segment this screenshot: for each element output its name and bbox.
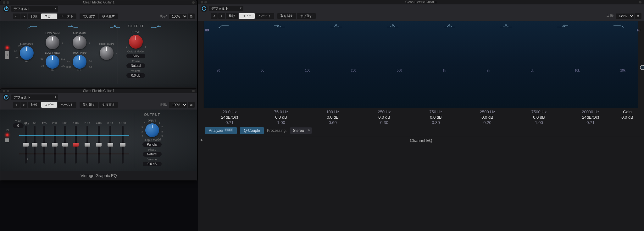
band-gain[interactable]: 0.0 dB [307, 115, 358, 120]
bell3-icon[interactable] [443, 24, 456, 29]
volume-value[interactable]: 0.0 dB [126, 73, 145, 78]
band-gain[interactable]: 0.0 dB [513, 115, 565, 120]
band-q[interactable]: 0.60 [307, 120, 358, 125]
band-freq[interactable]: 20.0 Hz [204, 109, 255, 115]
copy-button[interactable]: コピー [41, 102, 57, 108]
compare-button[interactable]: 比較 [28, 102, 41, 108]
phase-select[interactable]: Natural [143, 152, 162, 157]
in-led-icon[interactable] [6, 46, 9, 49]
band-freq[interactable]: 75.0 Hz [255, 109, 307, 115]
band-q[interactable]: 0.20 [462, 120, 513, 125]
midfreq-knob[interactable] [73, 55, 86, 69]
band-q[interactable]: 0.71 [204, 120, 255, 125]
lowfreq-knob[interactable] [46, 55, 59, 69]
band-gain[interactable]: 24dB/Oct [204, 115, 255, 120]
band-gain[interactable]: 0.0 dB [462, 115, 513, 120]
close-icon[interactable] [3, 90, 5, 92]
close-icon[interactable] [201, 1, 203, 3]
in-switch[interactable] [5, 138, 9, 142]
highshelf-icon[interactable] [150, 24, 163, 29]
midgain-knob[interactable] [73, 35, 86, 49]
band-slider[interactable] [75, 126, 77, 164]
band-gain[interactable]: 0.0 dB [358, 115, 410, 120]
output-model-select[interactable]: Punchy [142, 142, 162, 147]
band-slider[interactable] [34, 126, 36, 164]
zoom-icon[interactable] [192, 90, 195, 92]
power-button[interactable] [3, 5, 10, 12]
preset-dropdown[interactable]: デフォルト [209, 6, 243, 11]
link-button[interactable]: ⧉ [188, 102, 195, 108]
window-title-bar[interactable]: Clean Electric Guitar 1 [0, 0, 197, 5]
window-title-bar[interactable]: Clean Electric Guitar 1 [198, 0, 644, 4]
band-slider[interactable] [43, 126, 45, 164]
band-freq[interactable]: 750 Hz [410, 109, 462, 115]
redo-button[interactable]: やり直す [99, 102, 118, 108]
highpass-icon[interactable] [217, 24, 229, 29]
zoom-select[interactable]: 100% [169, 14, 187, 19]
drive-knob[interactable] [129, 35, 143, 49]
zoom-icon[interactable] [192, 1, 195, 4]
minimize-icon[interactable] [7, 90, 9, 92]
band-freq[interactable]: 7500 Hz [513, 109, 565, 115]
zoom-icon[interactable] [639, 1, 641, 3]
band-slider[interactable] [98, 126, 100, 164]
bell4-icon[interactable] [500, 24, 512, 29]
prev-preset-button[interactable]: < [13, 102, 20, 108]
preset-dropdown[interactable]: デフォルト [11, 6, 58, 12]
close-icon[interactable] [3, 1, 5, 4]
next-preset-button[interactable]: > [20, 102, 27, 108]
band-slider[interactable] [25, 126, 27, 164]
master-gain-handle[interactable] [640, 65, 644, 70]
band-slider[interactable] [86, 126, 88, 164]
next-preset-button[interactable]: > [218, 13, 225, 19]
band-freq[interactable]: 250 Hz [358, 109, 410, 115]
drive-knob[interactable] [145, 123, 159, 137]
minimize-icon[interactable] [204, 1, 207, 3]
redo-button[interactable]: やり直す [99, 13, 118, 19]
qcouple-button[interactable]: Q-Couple [240, 127, 264, 134]
lowshelf-icon[interactable] [273, 24, 286, 29]
paste-button[interactable]: ペースト [58, 13, 76, 19]
undo-button[interactable]: 取り消す [277, 13, 296, 19]
copy-button[interactable]: コピー [41, 13, 57, 19]
copy-button[interactable]: コピー [239, 13, 255, 19]
band-q[interactable]: 0.30 [358, 120, 410, 125]
eq-graph[interactable]: + 5 0 5 10 15 20 25 30 35 40 45 50 55 60… [204, 21, 638, 108]
window-title-bar[interactable]: Clean Electric Guitar 1 [0, 89, 197, 93]
zoom-select[interactable]: 100% [169, 102, 187, 108]
power-button[interactable] [3, 94, 10, 101]
analyzer-button[interactable]: AnalyzerPOST [205, 127, 237, 134]
tune-value[interactable]: 0 [13, 123, 24, 128]
master-gain-value[interactable]: 0.0 dB [616, 115, 638, 120]
band-slider[interactable] [109, 126, 111, 164]
band-q[interactable]: 0.71 [565, 120, 616, 125]
lowshelf-icon[interactable] [67, 24, 80, 29]
next-preset-button[interactable]: > [20, 13, 27, 19]
band-slider[interactable] [122, 126, 124, 164]
band-gain[interactable]: 24dB/Oct [565, 115, 616, 120]
bell1-icon[interactable] [330, 24, 342, 29]
bell-icon[interactable] [108, 24, 121, 29]
paste-button[interactable]: ペースト [255, 13, 274, 19]
link-button[interactable]: ⧉ [635, 13, 641, 19]
band-q[interactable]: 1.00 [255, 120, 307, 125]
minimize-icon[interactable] [7, 1, 9, 4]
band-gain[interactable]: 0.0 dB [255, 115, 307, 120]
band-slider[interactable] [64, 126, 66, 164]
band-freq[interactable]: 2500 Hz [462, 109, 513, 115]
compare-button[interactable]: 比較 [28, 13, 41, 19]
phase-select[interactable]: Natural [126, 63, 145, 68]
prev-preset-button[interactable]: < [13, 13, 20, 19]
band-gain[interactable]: 0.0 dB [410, 115, 462, 120]
processing-select[interactable]: Stereo [290, 127, 312, 134]
highgain-knob[interactable] [100, 46, 114, 60]
lowcut-knob[interactable] [20, 46, 34, 60]
volume-value[interactable]: 0.0 dB [143, 162, 162, 166]
lowpass-icon[interactable] [613, 24, 625, 29]
in-led-icon[interactable] [6, 133, 9, 137]
zoom-select[interactable]: 149% [616, 13, 634, 19]
band-freq[interactable]: 100 Hz [307, 109, 358, 115]
band-slider[interactable] [54, 126, 56, 164]
in-switch[interactable]: IN [5, 51, 9, 59]
band-q[interactable]: 1.00 [513, 120, 565, 125]
